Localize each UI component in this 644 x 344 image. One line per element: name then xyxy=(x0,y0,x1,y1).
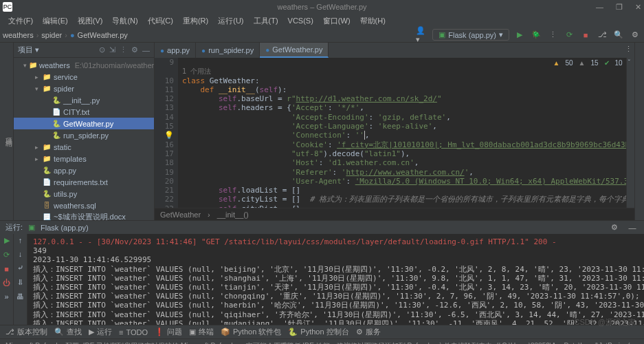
debug-button[interactable]: 🪲 xyxy=(530,29,542,41)
stop-button[interactable]: ■ xyxy=(579,29,592,41)
maximize-icon[interactable]: ❐ xyxy=(616,3,623,12)
tree-row[interactable]: 🐍run_spider.py xyxy=(14,129,154,141)
rerun-icon[interactable]: ▶ xyxy=(4,236,10,245)
menu-vcs[interactable]: VCS(S) xyxy=(284,17,318,25)
editor-gutter[interactable]: 9 101112131415💡 1617181920212223242526 xyxy=(155,58,178,208)
tree-arrow-icon[interactable]: ▸ xyxy=(33,144,40,151)
tabs-menu-icon[interactable]: ⋮ xyxy=(622,43,634,55)
menu-nav[interactable]: 导航(N) xyxy=(108,16,142,26)
tool-find[interactable]: 🔍 查找 xyxy=(54,327,82,337)
git-icon[interactable]: ⎇ xyxy=(596,29,608,41)
stop-icon[interactable]: ■ xyxy=(4,265,9,273)
user-icon[interactable]: 👤▾ xyxy=(416,29,428,41)
run-console[interactable]: 127.0.0.1 - - [30/Nov/2023 11:41:46] "GE… xyxy=(27,221,644,325)
locate-icon[interactable]: ⊙ xyxy=(99,45,105,54)
editor-tabs[interactable]: ●app.py ●run_spider.py ●GetWeather.py ⋮ xyxy=(155,43,634,58)
up-icon[interactable]: ↑ xyxy=(19,236,23,244)
tree-row[interactable]: 🐍app.py xyxy=(14,164,154,176)
tree-arrow-icon[interactable]: ▾ xyxy=(23,62,27,69)
status-message[interactable]: Microsoft Defender 配置: IDE 已检测到启用了实时保护的 … xyxy=(5,341,639,345)
gear-icon[interactable]: ⚙ xyxy=(131,45,138,54)
chevron-icon: ˇ xyxy=(628,59,630,67)
menu-file[interactable]: 文件(F) xyxy=(4,16,37,26)
editor-code[interactable]: 1 个用法class GetWeather: def __init__(self… xyxy=(178,58,626,208)
tool-services[interactable]: ⚙ 服务 xyxy=(356,327,381,337)
tree-arrow-icon[interactable]: ▾ xyxy=(33,85,40,92)
menu-help[interactable]: 帮助(H) xyxy=(356,16,390,26)
right-stripe[interactable] xyxy=(634,43,644,220)
tool-todo[interactable]: ≡ TODO xyxy=(119,328,148,336)
tree-row[interactable]: 🐍GetWeather.py xyxy=(14,118,154,129)
tab-app-py[interactable]: ●app.py xyxy=(155,43,196,58)
editor-body[interactable]: ▲50 ▲15 ✔10 ˇ 9 101112131415💡 1617181920… xyxy=(155,58,634,208)
scroll-icon[interactable]: ⥥ xyxy=(17,278,23,287)
py-icon: 🐍 xyxy=(52,120,61,128)
run-toolbar-primary[interactable]: ▶ ⟳ ■ ⏻ » xyxy=(0,221,14,325)
bottom-tool-strip[interactable]: ⎇ 版本控制 🔍 查找 ▶ 运行 ≡ TODO ❗ 问题 ▣ 终端 📦 Pyth… xyxy=(0,325,644,338)
editor-inspection-status[interactable]: ▲50 ▲15 ✔10 ˇ xyxy=(553,59,630,67)
tree-row[interactable]: ▾📁spider xyxy=(14,83,154,94)
run-toolbar-secondary[interactable]: ↑ ↓ ⤶ ⥥ 🖶 xyxy=(14,221,27,325)
tree-row[interactable]: ▾📁weathersE:\01zhuomian\weathers xyxy=(14,59,154,71)
more-run-icon[interactable]: ⋮ xyxy=(546,29,559,41)
project-panel-header[interactable]: 项目 ▾ ⊙ ⇲ ⋮ ⚙ — xyxy=(14,43,154,58)
down-icon[interactable]: ↓ xyxy=(19,250,23,258)
tree-arrow-icon[interactable]: ▸ xyxy=(33,155,40,162)
crumb-class[interactable]: GetWeather xyxy=(160,211,201,219)
tool-problems[interactable]: ❗ 问题 xyxy=(155,327,182,337)
left-stripe[interactable]: 项目 结构 xyxy=(0,43,14,220)
exit-icon[interactable]: ⏻ xyxy=(3,279,10,287)
py-icon: 🐍 xyxy=(42,190,52,198)
breadcrumb-part[interactable]: weathers xyxy=(3,31,34,39)
restart-icon[interactable]: ⟳ xyxy=(563,29,575,41)
tree-row[interactable]: ▸📁static xyxy=(14,141,154,153)
run-button[interactable]: ▶ xyxy=(513,29,526,41)
menu-code[interactable]: 代码(C) xyxy=(144,16,177,26)
run-window-header[interactable]: 运行: ▣ Flask (app.py) ⚙ — xyxy=(0,220,644,234)
tree-row[interactable]: 🐍__init__.py xyxy=(14,94,154,106)
layout-icon[interactable]: » xyxy=(4,292,8,301)
breadcrumb[interactable]: weathers › spider › ● GetWeather.py xyxy=(3,31,128,39)
search-icon[interactable]: 🔍 xyxy=(612,29,625,41)
menu-tools[interactable]: 工具(T) xyxy=(249,16,282,26)
restart-icon[interactable]: ⟳ xyxy=(3,250,10,259)
print-icon[interactable]: 🖶 xyxy=(16,292,24,301)
tree-row[interactable]: ▸📁service xyxy=(14,71,154,83)
tree-row[interactable]: 🗄weathers.sql xyxy=(14,200,154,211)
project-tree[interactable]: ▾📁weathersE:\01zhuomian\weathers▸📁servic… xyxy=(14,58,154,220)
tab-label: run_spider.py xyxy=(208,46,254,54)
tree-row[interactable]: 📄CITY.txt xyxy=(14,106,154,118)
tree-row[interactable]: ▸📁templates xyxy=(14,153,154,164)
tool-python-packages[interactable]: 📦 Python 软件包 xyxy=(221,327,281,337)
menu-bar[interactable]: 文件(F) 编辑(E) 视图(V) 导航(N) 代码(C) 重构(R) 运行(U… xyxy=(0,14,644,28)
expand-icon[interactable]: ⇲ xyxy=(109,45,115,54)
minimize-icon[interactable]: — xyxy=(596,3,603,12)
tree-arrow-icon[interactable]: ▸ xyxy=(33,74,40,80)
breadcrumb-part[interactable]: GetWeather.py xyxy=(78,31,128,39)
run-config-selector[interactable]: ▣ Flask (app.py) ▾ xyxy=(432,29,509,41)
tab-getweather[interactable]: ●GetWeather.py xyxy=(260,43,329,58)
settings-icon[interactable]: ⚙ xyxy=(629,29,641,41)
tool-terminal[interactable]: ▣ 终端 xyxy=(189,327,214,337)
tree-row[interactable]: 🐍utils.py xyxy=(14,188,154,200)
collapse-icon[interactable]: ⋮ xyxy=(120,45,127,54)
tree-row[interactable]: 📃~$城市设置说明.docx xyxy=(14,211,154,220)
hide-icon[interactable]: — xyxy=(626,222,639,234)
breadcrumb-part[interactable]: spider xyxy=(41,31,62,39)
menu-run[interactable]: 运行(U) xyxy=(214,16,247,26)
menu-refac[interactable]: 重构(R) xyxy=(179,16,212,26)
menu-view[interactable]: 视图(V) xyxy=(74,16,107,26)
tree-row[interactable]: 📄requirements.txt xyxy=(14,176,154,188)
close-icon[interactable]: ✕ xyxy=(635,3,641,12)
menu-edit[interactable]: 编辑(E) xyxy=(38,16,72,26)
editor-breadcrumbs[interactable]: GetWeather › __init__() xyxy=(155,208,634,220)
wrap-icon[interactable]: ⤶ xyxy=(17,264,23,272)
hide-icon[interactable]: — xyxy=(142,46,150,54)
tool-vcs[interactable]: ⎇ 版本控制 xyxy=(5,327,47,337)
tool-python-console[interactable]: 🐍 Python 控制台 xyxy=(288,327,348,337)
tab-run-spider[interactable]: ●run_spider.py xyxy=(196,43,260,58)
tool-run[interactable]: ▶ 运行 xyxy=(89,327,112,337)
gear-icon[interactable]: ⚙ xyxy=(608,222,621,234)
menu-window[interactable]: 窗口(W) xyxy=(319,16,355,26)
crumb-method[interactable]: __init__() xyxy=(217,211,249,219)
